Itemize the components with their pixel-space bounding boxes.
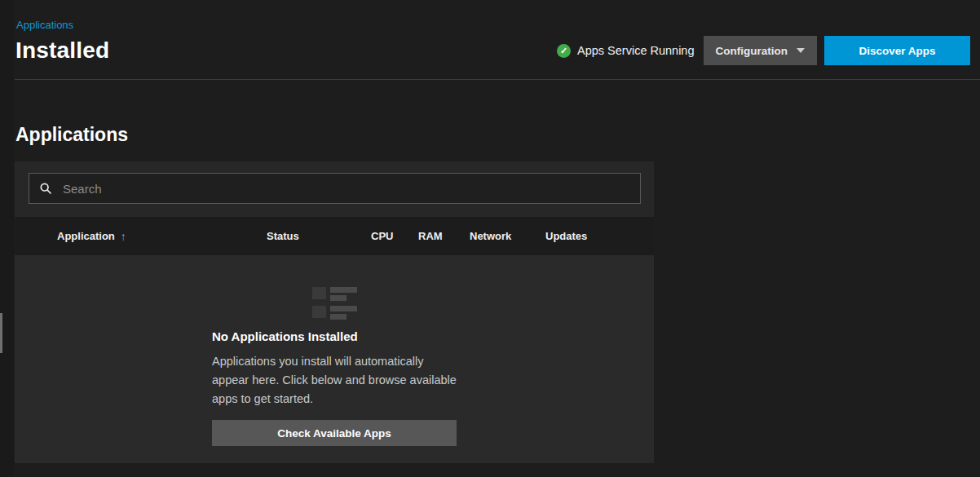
search-section — [15, 161, 654, 217]
configuration-button[interactable]: Configuration — [704, 36, 817, 65]
empty-state-description: Applications you install will automatica… — [212, 352, 457, 409]
section-title: Applications — [15, 124, 128, 146]
empty-list-icon-row — [312, 306, 357, 320]
icon-bar — [330, 314, 347, 320]
empty-state: No Applications Installed Applications y… — [212, 287, 457, 446]
search-icon — [39, 182, 52, 195]
empty-list-icon-row — [312, 287, 357, 301]
discover-apps-button-label: Discover Apps — [859, 45, 935, 57]
icon-square — [312, 306, 326, 318]
icon-bars — [330, 287, 357, 301]
column-header-network[interactable]: Network — [470, 217, 511, 255]
chevron-down-icon — [797, 48, 805, 53]
sort-ascending-icon: ↑ — [121, 230, 126, 243]
service-status-badge: ✓ Apps Service Running — [557, 44, 694, 58]
configuration-button-label: Configuration — [716, 45, 788, 57]
check-available-apps-button[interactable]: Check Available Apps — [212, 420, 457, 446]
empty-list-icon — [312, 287, 357, 325]
icon-square — [312, 287, 326, 299]
scrollbar-thumb[interactable] — [0, 313, 2, 353]
icon-bar — [330, 287, 357, 293]
installed-apps-page: Applications Installed ✓ Apps Service Ru… — [0, 0, 980, 477]
column-header-ram[interactable]: RAM — [418, 217, 443, 255]
column-header-cpu[interactable]: CPU — [371, 217, 393, 255]
empty-state-title: No Applications Installed — [212, 329, 358, 343]
applications-card: Application ↑ Status CPU RAM Network Upd… — [15, 161, 654, 463]
discover-apps-button[interactable]: Discover Apps — [824, 36, 970, 65]
header-toolbar: ✓ Apps Service Running Configuration Dis… — [557, 36, 970, 65]
search-box — [29, 173, 641, 204]
check-circle-icon: ✓ — [557, 44, 571, 58]
icon-bar — [330, 306, 357, 311]
column-header-updates[interactable]: Updates — [545, 217, 587, 255]
service-status-text: Apps Service Running — [577, 44, 694, 57]
page-title: Installed — [15, 38, 109, 64]
column-header-application[interactable]: Application ↑ — [57, 217, 126, 255]
table-header-row: Application ↑ Status CPU RAM Network Upd… — [15, 217, 654, 255]
icon-bars — [330, 306, 357, 320]
sidebar-edge — [0, 0, 14, 477]
header-divider — [15, 79, 980, 80]
table-body: No Applications Installed Applications y… — [15, 255, 654, 463]
icon-bar — [330, 295, 347, 301]
search-input[interactable] — [61, 181, 630, 197]
column-header-status[interactable]: Status — [267, 217, 299, 255]
applications-breadcrumb[interactable]: Applications — [16, 19, 73, 31]
column-header-application-label: Application — [57, 230, 115, 242]
